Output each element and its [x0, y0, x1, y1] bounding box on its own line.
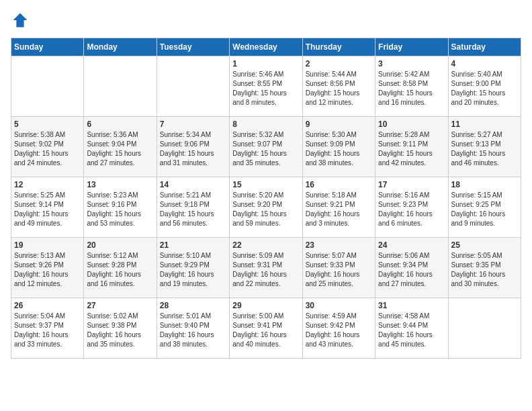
- day-number: 8: [232, 120, 299, 129]
- day-header-sunday: Sunday: [11, 38, 84, 56]
- day-cell-5: 5Sunrise: 5:38 AM Sunset: 9:02 PM Daylig…: [11, 117, 84, 177]
- day-info: Sunrise: 5:42 AM Sunset: 8:58 PM Dayligh…: [378, 70, 445, 107]
- day-info: Sunrise: 5:25 AM Sunset: 9:14 PM Dayligh…: [14, 191, 81, 228]
- day-info: Sunrise: 5:18 AM Sunset: 9:21 PM Dayligh…: [306, 191, 372, 228]
- day-number: 27: [87, 301, 153, 310]
- day-cell-14: 14Sunrise: 5:21 AM Sunset: 9:18 PM Dayli…: [157, 177, 229, 238]
- day-number: 17: [378, 180, 445, 189]
- day-number: 30: [306, 301, 372, 310]
- day-info: Sunrise: 5:16 AM Sunset: 9:23 PM Dayligh…: [378, 191, 445, 228]
- week-row-3: 12Sunrise: 5:25 AM Sunset: 9:14 PM Dayli…: [11, 177, 521, 238]
- page-header: [11, 11, 521, 30]
- day-info: Sunrise: 5:05 AM Sunset: 9:35 PM Dayligh…: [451, 251, 518, 289]
- day-info: Sunrise: 5:00 AM Sunset: 9:41 PM Dayligh…: [232, 312, 299, 349]
- day-cell-31: 31Sunrise: 4:58 AM Sunset: 9:44 PM Dayli…: [375, 298, 448, 359]
- day-info: Sunrise: 5:34 AM Sunset: 9:06 PM Dayligh…: [160, 130, 226, 168]
- day-number: 26: [14, 301, 81, 310]
- day-info: Sunrise: 4:59 AM Sunset: 9:42 PM Dayligh…: [306, 312, 372, 349]
- day-number: 31: [378, 301, 445, 310]
- day-cell-19: 19Sunrise: 5:13 AM Sunset: 9:26 PM Dayli…: [11, 238, 84, 298]
- day-info: Sunrise: 5:09 AM Sunset: 9:31 PM Dayligh…: [232, 251, 299, 289]
- day-cell-25: 25Sunrise: 5:05 AM Sunset: 9:35 PM Dayli…: [448, 238, 521, 298]
- day-number: 10: [378, 120, 445, 129]
- day-number: 5: [14, 120, 81, 129]
- day-number: 7: [160, 120, 226, 129]
- day-cell-27: 27Sunrise: 5:02 AM Sunset: 9:38 PM Dayli…: [84, 298, 157, 359]
- day-cell-22: 22Sunrise: 5:09 AM Sunset: 9:31 PM Dayli…: [230, 238, 302, 298]
- day-cell-10: 10Sunrise: 5:28 AM Sunset: 9:11 PM Dayli…: [375, 117, 448, 177]
- day-cell-15: 15Sunrise: 5:20 AM Sunset: 9:20 PM Dayli…: [230, 177, 302, 238]
- day-cell-3: 3Sunrise: 5:42 AM Sunset: 8:58 PM Daylig…: [375, 56, 448, 117]
- day-info: Sunrise: 5:15 AM Sunset: 9:25 PM Dayligh…: [451, 191, 518, 228]
- day-info: Sunrise: 5:20 AM Sunset: 9:20 PM Dayligh…: [232, 191, 299, 228]
- day-header-wednesday: Wednesday: [230, 38, 302, 56]
- week-row-2: 5Sunrise: 5:38 AM Sunset: 9:02 PM Daylig…: [11, 117, 521, 177]
- day-number: 29: [232, 301, 299, 310]
- day-info: Sunrise: 5:27 AM Sunset: 9:13 PM Dayligh…: [451, 130, 518, 168]
- day-info: Sunrise: 5:10 AM Sunset: 9:29 PM Dayligh…: [160, 251, 226, 289]
- day-info: Sunrise: 5:21 AM Sunset: 9:18 PM Dayligh…: [160, 191, 226, 228]
- day-cell-24: 24Sunrise: 5:06 AM Sunset: 9:34 PM Dayli…: [375, 238, 448, 298]
- day-cell-8: 8Sunrise: 5:32 AM Sunset: 9:07 PM Daylig…: [230, 117, 302, 177]
- day-number: 21: [160, 240, 226, 250]
- day-number: 11: [451, 120, 518, 129]
- day-number: 22: [232, 240, 299, 250]
- day-cell-7: 7Sunrise: 5:34 AM Sunset: 9:06 PM Daylig…: [157, 117, 229, 177]
- day-info: Sunrise: 5:12 AM Sunset: 9:28 PM Dayligh…: [87, 251, 153, 289]
- day-info: Sunrise: 5:01 AM Sunset: 9:40 PM Dayligh…: [160, 312, 226, 349]
- day-number: 14: [160, 180, 226, 189]
- week-row-5: 26Sunrise: 5:04 AM Sunset: 9:37 PM Dayli…: [11, 298, 521, 359]
- day-cell-20: 20Sunrise: 5:12 AM Sunset: 9:28 PM Dayli…: [84, 238, 157, 298]
- day-info: Sunrise: 5:28 AM Sunset: 9:11 PM Dayligh…: [378, 130, 445, 168]
- day-cell-30: 30Sunrise: 4:59 AM Sunset: 9:42 PM Dayli…: [302, 298, 375, 359]
- day-number: 6: [87, 120, 153, 129]
- day-cell-16: 16Sunrise: 5:18 AM Sunset: 9:21 PM Dayli…: [302, 177, 375, 238]
- logo-icon: [11, 11, 30, 30]
- day-info: Sunrise: 5:44 AM Sunset: 8:56 PM Dayligh…: [306, 70, 372, 107]
- day-info: Sunrise: 5:02 AM Sunset: 9:38 PM Dayligh…: [87, 312, 153, 349]
- svg-marker-0: [13, 13, 28, 28]
- day-number: 9: [306, 120, 372, 129]
- day-info: Sunrise: 4:58 AM Sunset: 9:44 PM Dayligh…: [378, 312, 445, 349]
- day-number: 28: [160, 301, 226, 310]
- day-cell-6: 6Sunrise: 5:36 AM Sunset: 9:04 PM Daylig…: [84, 117, 157, 177]
- header-row: SundayMondayTuesdayWednesdayThursdayFrid…: [11, 38, 521, 56]
- day-number: 12: [14, 180, 81, 189]
- day-info: Sunrise: 5:04 AM Sunset: 9:37 PM Dayligh…: [14, 312, 81, 349]
- day-cell-18: 18Sunrise: 5:15 AM Sunset: 9:25 PM Dayli…: [448, 177, 521, 238]
- day-info: Sunrise: 5:23 AM Sunset: 9:16 PM Dayligh…: [87, 191, 153, 228]
- day-info: Sunrise: 5:07 AM Sunset: 9:33 PM Dayligh…: [306, 251, 372, 289]
- day-number: 2: [306, 59, 372, 68]
- week-row-4: 19Sunrise: 5:13 AM Sunset: 9:26 PM Dayli…: [11, 238, 521, 298]
- day-cell-13: 13Sunrise: 5:23 AM Sunset: 9:16 PM Dayli…: [84, 177, 157, 238]
- day-info: Sunrise: 5:36 AM Sunset: 9:04 PM Dayligh…: [87, 130, 153, 168]
- empty-cell: [11, 56, 84, 117]
- week-row-1: 1Sunrise: 5:46 AM Sunset: 8:55 PM Daylig…: [11, 56, 521, 117]
- day-number: 25: [451, 240, 518, 250]
- day-info: Sunrise: 5:38 AM Sunset: 9:02 PM Dayligh…: [14, 130, 81, 168]
- empty-cell: [84, 56, 157, 117]
- day-header-monday: Monday: [84, 38, 157, 56]
- day-cell-17: 17Sunrise: 5:16 AM Sunset: 9:23 PM Dayli…: [375, 177, 448, 238]
- day-cell-9: 9Sunrise: 5:30 AM Sunset: 9:09 PM Daylig…: [302, 117, 375, 177]
- day-cell-26: 26Sunrise: 5:04 AM Sunset: 9:37 PM Dayli…: [11, 298, 84, 359]
- empty-cell: [448, 298, 521, 359]
- day-number: 15: [232, 180, 299, 189]
- day-number: 19: [14, 240, 81, 250]
- day-cell-4: 4Sunrise: 5:40 AM Sunset: 9:00 PM Daylig…: [448, 56, 521, 117]
- day-info: Sunrise: 5:32 AM Sunset: 9:07 PM Dayligh…: [232, 130, 299, 168]
- day-header-saturday: Saturday: [448, 38, 521, 56]
- day-header-thursday: Thursday: [302, 38, 375, 56]
- day-number: 4: [451, 59, 518, 68]
- day-info: Sunrise: 5:46 AM Sunset: 8:55 PM Dayligh…: [232, 70, 299, 107]
- day-number: 18: [451, 180, 518, 189]
- empty-cell: [157, 56, 229, 117]
- day-number: 20: [87, 240, 153, 250]
- day-info: Sunrise: 5:30 AM Sunset: 9:09 PM Dayligh…: [306, 130, 372, 168]
- day-info: Sunrise: 5:13 AM Sunset: 9:26 PM Dayligh…: [14, 251, 81, 289]
- day-cell-2: 2Sunrise: 5:44 AM Sunset: 8:56 PM Daylig…: [302, 56, 375, 117]
- day-number: 16: [306, 180, 372, 189]
- day-number: 1: [232, 59, 299, 68]
- day-header-tuesday: Tuesday: [157, 38, 229, 56]
- day-number: 23: [306, 240, 372, 250]
